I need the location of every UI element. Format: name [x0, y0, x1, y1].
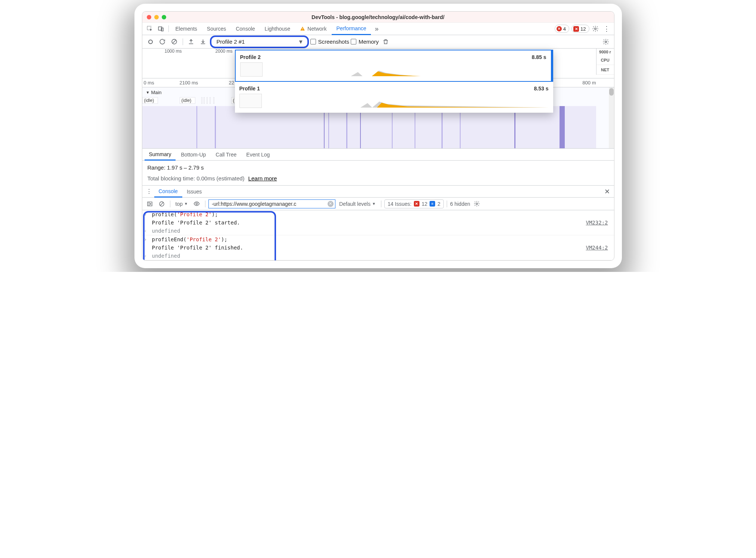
profile-option[interactable]: Profile 1 8.53 s [235, 82, 553, 113]
record-button[interactable] [145, 37, 156, 47]
minimize-window-icon[interactable] [154, 15, 159, 19]
kebab-menu-icon[interactable]: ⋮ [601, 24, 612, 34]
main-track-label[interactable]: ▼ Main [146, 90, 162, 95]
tab-console[interactable]: Console [231, 23, 259, 35]
profile-sparkline [267, 68, 546, 77]
chevron-down-icon: ▼ [372, 202, 376, 206]
screenshots-checkbox[interactable]: Screenshots [310, 38, 349, 45]
console-filter-input[interactable]: -url:https://www.googletagmanager.c ✕ [208, 199, 335, 208]
task-block[interactable] [207, 97, 208, 104]
tbt-text: Total blocking time: 0.00ms (estimated) [148, 175, 245, 182]
summary-pane: Range: 1.97 s – 2.79 s Total blocking ti… [142, 161, 614, 186]
overview-tick: 1000 ms [165, 49, 182, 54]
result-icon: ‹ [145, 253, 149, 259]
profile-duration: 8.85 s [532, 54, 546, 60]
chevron-down-icon: ▼ [146, 90, 150, 94]
info-icon: ≡ [430, 201, 435, 207]
issue-count-badge[interactable]: ✕12 [571, 25, 589, 33]
settings-gear-icon[interactable] [590, 24, 601, 34]
memory-checkbox[interactable]: Memory [351, 38, 379, 45]
issues-summary[interactable]: 14 Issues: ✕12 ≡2 [384, 199, 444, 208]
tab-performance[interactable]: Performance [332, 23, 371, 35]
profile-duration: 8.53 s [534, 86, 549, 92]
prompt-icon: › [145, 211, 149, 217]
tab-calltree[interactable]: Call Tree [211, 149, 241, 160]
task-block[interactable] [204, 97, 205, 104]
range-text: Range: 1.97 s – 2.79 s [148, 164, 609, 171]
reload-record-button[interactable] [157, 37, 168, 47]
overview-cpu-label: CPU [597, 55, 614, 65]
source-link[interactable]: VM232:2 [586, 220, 611, 226]
profile-name: Profile 1 [239, 86, 260, 92]
drawer-tab-issues[interactable]: Issues [182, 186, 206, 197]
details-tabstrip: Summary Bottom-Up Call Tree Event Log [142, 149, 614, 161]
result-icon: ‹ [145, 228, 149, 234]
task-block[interactable] [213, 97, 214, 104]
download-profile-icon[interactable] [198, 37, 208, 47]
profile-select[interactable]: Profile 2 #1 ▼ [210, 35, 309, 48]
hidden-count[interactable]: 6 hidden [450, 201, 470, 207]
profile-name: Profile 2 [240, 54, 261, 60]
overview-tick: 9000 r [597, 49, 614, 55]
performance-toolbar: Profile 2 #1 ▼ Screenshots Memory [142, 35, 614, 49]
console-line[interactable]: › profileEnd('Profile 2'); [142, 235, 614, 244]
idle-block[interactable]: (idle) [142, 97, 158, 104]
svg-point-11 [476, 203, 478, 204]
upload-profile-icon[interactable] [186, 37, 196, 47]
live-expression-icon[interactable] [192, 199, 202, 209]
task-block[interactable] [210, 97, 211, 104]
capture-settings-gear-icon[interactable] [601, 37, 611, 47]
panel-tabstrip: Elements Sources Console Lighthouse Netw… [142, 23, 614, 35]
console-settings-gear-icon[interactable] [472, 199, 482, 209]
zoom-window-icon[interactable] [162, 15, 166, 19]
source-link[interactable]: VM244:2 [586, 245, 611, 251]
profile-dropdown: Profile 2 8.85 s Profile 1 8.53 [235, 50, 553, 113]
log-levels-selector[interactable]: Default levels ▼ [337, 201, 378, 207]
kebab-menu-icon[interactable]: ⋮ [144, 186, 154, 197]
close-window-icon[interactable] [147, 15, 151, 19]
tab-lighthouse[interactable]: Lighthouse [260, 23, 295, 35]
overview-net-label: NET [597, 65, 614, 75]
chevron-down-icon: ▼ [298, 38, 304, 45]
clear-console-icon[interactable] [157, 199, 167, 209]
titlebar: DevTools - blog.google/technology/ai/cod… [142, 12, 614, 23]
scrollbar[interactable] [609, 87, 614, 148]
profile-thumbnail [239, 94, 262, 108]
device-toolbar-icon[interactable] [156, 24, 166, 34]
more-tabs-icon[interactable]: » [372, 24, 382, 34]
svg-point-10 [196, 203, 198, 204]
tab-sources[interactable]: Sources [202, 23, 230, 35]
drawer-tab-console[interactable]: Console [154, 186, 182, 198]
console-line: ‹ undefined [142, 252, 614, 260]
drawer-tabstrip: ⋮ Console Issues ✕ [142, 186, 614, 198]
window-title: DevTools - blog.google/technology/ai/cod… [142, 14, 614, 20]
console-line[interactable]: › profile('Profile 2'); [142, 210, 614, 218]
tab-elements[interactable]: Elements [171, 23, 202, 35]
tab-bottomup[interactable]: Bottom-Up [176, 149, 210, 160]
profile-option[interactable]: Profile 2 8.85 s [235, 50, 553, 82]
tab-eventlog[interactable]: Event Log [242, 149, 274, 160]
console-line: Profile 'Profile 2' started. VM232:2 [142, 218, 614, 227]
inspect-element-icon[interactable] [145, 24, 155, 34]
profile-sparkline [266, 100, 549, 108]
context-selector[interactable]: top ▼ [173, 201, 190, 207]
prompt-icon: › [145, 236, 149, 242]
idle-block[interactable]: (idle) [180, 97, 195, 104]
learn-more-link[interactable]: Learn more [248, 175, 277, 182]
tab-network[interactable]: Network [295, 23, 331, 35]
console-line: Profile 'Profile 2' finished. VM244:2 [142, 244, 614, 252]
clear-filter-icon[interactable]: ✕ [328, 201, 334, 207]
tab-summary[interactable]: Summary [145, 149, 176, 161]
console-sidebar-toggle-icon[interactable] [145, 199, 155, 209]
console-toolbar: top ▼ -url:https://www.googletagmanager.… [142, 198, 614, 210]
warning-icon [300, 26, 305, 31]
delete-profile-icon[interactable] [380, 37, 391, 47]
clear-button[interactable] [169, 37, 180, 47]
svg-point-5 [594, 28, 596, 30]
chevron-down-icon: ▼ [184, 202, 188, 206]
error-icon: ✕ [414, 201, 419, 207]
task-block[interactable] [201, 97, 202, 104]
close-drawer-icon[interactable]: ✕ [602, 187, 613, 196]
error-count-badge[interactable]: ✕4 [555, 25, 569, 33]
svg-rect-3 [303, 28, 303, 30]
